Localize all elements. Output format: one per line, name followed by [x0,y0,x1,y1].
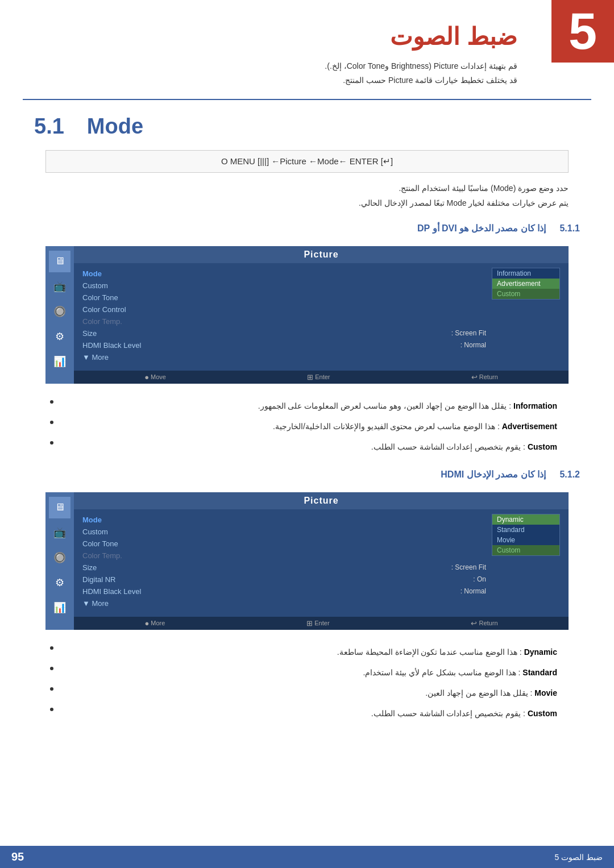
menu-row-mode-2: Mode [82,514,486,526]
bullet-item-custom-2: Custom : يقوم بتخصيص إعدادات الشاشة حسب … [45,705,557,721]
bullet-desc-movie: : يقلل هذا الوضع من إجهاد العين. [425,688,532,697]
menu-value-digitalnr: : On [473,575,486,584]
menu-label-colortemp-2: Color Temp. [82,551,122,560]
menu-row-colortone-2: Color Tone [82,538,486,550]
bullet-item-movie: Movie : يقلل هذا الوضع من إجهاد العين. [45,685,557,701]
sidebar-icon-display-2: 📺 [49,522,70,543]
sidebar-icon-display: 📺 [49,276,70,297]
menu-label-colorcontrol: Color Control [82,305,126,314]
menu-row-hdmiblack-2: HDMI Black Level : Normal [82,585,486,597]
menu-items-col-2: Mode Custom Color Tone Color Temp. Size … [82,514,486,609]
bullet-item-custom-1: Custom : يقوم بتخصيص إعدادات الشاشة حسب … [45,439,557,455]
menu-items-col-1: Mode Custom Color Tone Color Control Col… [82,268,486,363]
bullet-dot-custom-2 [50,708,53,711]
menu-label-mode-2: Mode [82,516,102,524]
menu-label-custom: Custom [82,281,108,290]
bullet-dot-movie [50,687,53,691]
sidebar-icon-monitor: 🖥 [49,251,70,272]
footer-enter: ⊞ Enter [307,373,330,381]
bullet-item-standard: Standard : هذا الوضع مناسب بشكل عام لأي … [45,665,557,680]
header-section: ضبط الصوت قم بتهيئة إعدادات Picture (Bri… [0,0,614,93]
page-title: ضبط الصوت [23,23,517,51]
bullet-dot-custom-1 [50,441,53,445]
menu-value-hdmiblack-2: : Normal [460,587,486,596]
menu-row-colortemp: Color Temp. [82,315,486,327]
menu-path: O MENU [|||] ←Picture ←Mode← ENTER [↵] [45,150,569,173]
bullet-text-standard: Standard : هذا الوضع مناسب بشكل عام لأي … [53,665,557,680]
footer-enter-2: ⊞ Enter [306,619,329,628]
menu-footer-1: ● Move ⊞ Enter ↩ Return [74,371,569,384]
bullet-dot-information [50,400,53,404]
menu-label-size: Size [82,329,97,338]
bullet-desc-custom-1: : يقوم بتخصيص إعدادات الشاشة حسب الطلب. [371,442,525,451]
menu-label-more: ▼ More [82,353,109,362]
menu-value-size-2: : Screen Fit [451,563,486,572]
sidebar-icon-gear-2: ⚙ [49,572,70,593]
subtitle-line2: قد يختلف تخطيط خيارات قائمة Picture حسب … [23,73,517,88]
sidebar-icon-gear: ⚙ [49,326,70,347]
bullet-text-information: Information : يقلل هذا الوضع من إجهاد ال… [53,398,557,414]
bullet-text-custom-2: Custom : يقوم بتخصيص إعدادات الشاشة حسب … [53,705,557,721]
return-icon: ↩ [471,373,478,381]
subsection-2-number: 5.1.2 [559,470,580,479]
menu-options-col-2: Dynamic Standard Movie Custom [486,514,560,609]
bullet-text-dynamic: Dynamic : هذا الوضع مناسب عندما تكون الإ… [53,644,557,660]
menu-title-2: Picture [74,492,569,509]
menu-label-colortemp: Color Temp. [82,317,122,326]
menu-label-hdmiblack-2: HDMI Black Level [82,587,141,596]
dropdown-item-advertisement: Advertisement [492,279,559,289]
bullet-list-2: Dynamic : هذا الوضع مناسب عندما تكون الإ… [0,641,614,729]
subsection-1-number: 5.1.1 [559,223,580,233]
dropdown-item-standard: Standard [492,525,559,535]
menu-row-size-2: Size : Screen Fit [82,562,486,574]
bullet-item-dynamic: Dynamic : هذا الوضع مناسب عندما تكون الإ… [45,644,557,660]
footer-more-2: ● More [144,619,165,628]
subtitle-line1: قم بتهيئة إعدادات Picture (Brightness وC… [23,59,517,73]
menu-title-1: Picture [74,246,569,263]
menu-row-digitalnr: Digital NR : On [82,574,486,585]
bullet-desc-information: : يقلل هذا الوضع من إجهاد العين، وهو منا… [258,401,511,410]
menu-content-2: Picture Mode Custom Color Tone Color Tem… [74,492,569,630]
sidebar-icon-circle-2: 🔘 [49,547,70,568]
picture-menu-2: 🖥 📺 🔘 ⚙ 📊 Picture Mode Custom Color Tone [45,492,569,630]
description-line2: يتم عرض خيارات مختلفة لخيار Mode تبعًا ل… [45,196,569,210]
picture-menu-1: 🖥 📺 🔘 ⚙ 📊 Picture Mode Custom Color Tone [45,246,569,384]
section-number: 5.1 [34,114,64,139]
header-title-area: ضبط الصوت قم بتهيئة إعدادات Picture (Bri… [23,11,591,88]
bullet-text-custom-1: Custom : يقوم بتخصيص إعدادات الشاشة حسب … [53,439,557,455]
menu-body-2: Mode Custom Color Tone Color Temp. Size … [74,509,569,614]
bullet-desc-dynamic: : هذا الوضع مناسب عندما تكون الإضاءة الم… [337,647,522,657]
menu-options-col-1: Information Advertisement Custom [486,268,560,363]
return-icon-2: ↩ [471,619,477,628]
dropdown-item-movie: Movie [492,535,559,545]
dropdown-item-custom-1: Custom [492,289,559,299]
bullet-item-information: Information : يقلل هذا الوضع من إجهاد ال… [45,398,557,414]
menu-row-custom: Custom [82,280,486,292]
enter-icon: ⊞ [307,373,313,381]
footer-return-2: ↩ Return [471,619,497,628]
more-icon: ● [144,619,149,628]
dropdown-item-custom-2: Custom [492,545,559,555]
bullet-desc-standard: : هذا الوضع مناسب بشكل عام لأي بيئة استخ… [363,668,521,677]
sidebar-icons-2: 🖥 📺 🔘 ⚙ 📊 [45,492,74,630]
sidebar-icons-1: 🖥 📺 🔘 ⚙ 📊 [45,246,74,384]
bullet-text-movie: Movie : يقلل هذا الوضع من إجهاد العين. [53,685,557,701]
chapter-number: 5 [551,0,614,63]
subsection-1-title: 5.1.1 إذا كان مصدر الدخل هو DVI أو DP [0,216,614,240]
footer-page-number: 95 [11,850,24,863]
bullet-term-advertisement: Advertisement [502,422,557,431]
menu-row-colortemp-2: Color Temp. [82,550,486,562]
menu-label-hdmiblack: HDMI Black Level [82,341,141,350]
bullet-desc-advertisement: : هذا الوضع مناسب لعرض محتوى الفيديو وال… [273,422,500,431]
bullet-dot-dynamic [50,646,53,650]
bullet-term-movie: Movie [534,688,557,697]
menu-footer-2: ● More ⊞ Enter ↩ Return [74,617,569,630]
bullet-text-advertisement: Advertisement : هذا الوضع مناسب لعرض محت… [53,418,557,434]
description-line1: حدد وضع صورة (Mode) مناسبًا لبيئة استخدا… [45,181,569,196]
menu-label-size-2: Size [82,563,97,572]
footer-return: ↩ Return [471,373,498,381]
menu-dropdown-2: Dynamic Standard Movie Custom [492,514,560,556]
subsection-2-name: إذا كان مصدر الإدخال HDMI [441,470,546,479]
sidebar-icon-chart: 📊 [49,351,70,372]
footer-enter-label: Enter [315,373,330,380]
